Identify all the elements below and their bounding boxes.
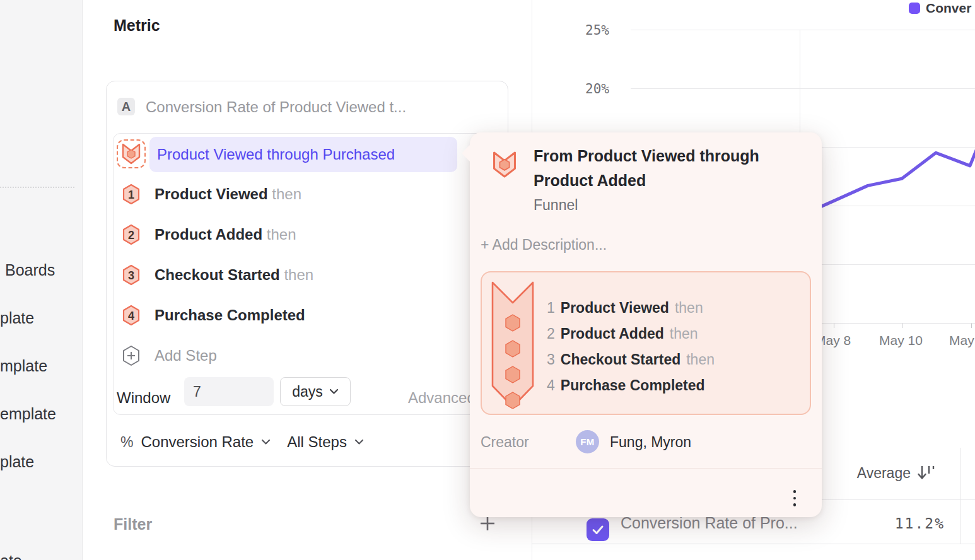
sidebar-item-template-3[interactable]: emplate	[0, 403, 56, 424]
funnel-step-row-4[interactable]: 4 Purchase Completed	[122, 303, 305, 328]
step-4-name: Purchase Completed	[155, 306, 305, 324]
sidebar: Boards plate mplate emplate plate ate	[0, 0, 83, 560]
chevron-down-icon[interactable]	[261, 439, 271, 445]
sidebar-item-template-4[interactable]: plate	[0, 451, 34, 472]
sidebar-item-boards[interactable]: Boards	[5, 259, 55, 281]
percent-icon: %	[120, 434, 133, 451]
conversion-line	[800, 83, 975, 216]
popover-step-4: 4 Purchase Completed	[547, 373, 715, 399]
add-description-button[interactable]: + Add Description...	[481, 236, 607, 254]
step-2-hexagon-icon: 2	[122, 224, 141, 245]
metric-card-title[interactable]: Conversion Rate of Product Viewed t...	[146, 98, 406, 116]
more-options-kebab-menu[interactable]	[788, 484, 802, 512]
filter-section-heading: Filter	[114, 515, 152, 534]
step-2-then: then	[267, 226, 296, 243]
window-label: Window	[117, 389, 170, 407]
popover-metric-type: Funnel	[534, 197, 578, 214]
add-step-hexagon-plus-icon	[122, 345, 141, 366]
selected-funnel-name[interactable]: Product Viewed through Purchased	[149, 137, 457, 172]
sidebar-item-template-5[interactable]: ate	[0, 550, 22, 560]
popover-footer-divider	[470, 468, 822, 469]
step-3-hexagon-icon: 3	[122, 264, 141, 286]
add-step-button[interactable]: Add Step	[122, 343, 217, 368]
table-row-divider	[532, 544, 975, 544]
funnel-icon	[493, 151, 517, 178]
funnel-steps-summary-box: 1 Product Viewed then 2 Product Added th…	[481, 271, 811, 415]
step-4-hexagon-icon: 4	[122, 305, 141, 326]
sidebar-divider	[0, 187, 74, 188]
step-3-name: Checkout Started	[155, 266, 280, 283]
step-1-then: then	[272, 185, 301, 202]
window-unit-select[interactable]: days	[280, 377, 351, 406]
creator-name: Fung, Myron	[610, 434, 691, 451]
table-column-divider	[960, 448, 961, 544]
add-step-label: Add Step	[155, 347, 217, 365]
metric-card: A Conversion Rate of Product Viewed t...…	[106, 81, 508, 467]
steps-scope-dropdown[interactable]: All Steps	[287, 433, 347, 451]
sidebar-item-template-1[interactable]: plate	[0, 307, 34, 329]
table-row-average-value: 11.2%	[819, 515, 945, 532]
step-1-hexagon-icon: 1	[122, 184, 141, 205]
popover-step-1: 1 Product Viewed then	[547, 295, 715, 321]
funnel-details-popover: From Product Viewed through Product Adde…	[470, 132, 822, 517]
funnel-step-row-3[interactable]: 3 Checkout Started then	[122, 262, 313, 288]
funnel-metric-icon-button[interactable]	[117, 139, 146, 168]
chevron-down-icon[interactable]	[354, 439, 364, 445]
creator-label: Creator	[481, 434, 529, 451]
svg-text:1: 1	[128, 189, 134, 201]
step-3-then: then	[284, 266, 313, 283]
creator-avatar: FM	[576, 430, 599, 453]
svg-text:4: 4	[128, 310, 134, 322]
sidebar-item-template-2[interactable]: mplate	[0, 355, 47, 376]
popover-step-2: 2 Product Added then	[547, 321, 715, 347]
measure-selector-row: % Conversion Rate All Steps	[120, 429, 364, 455]
svg-text:2: 2	[128, 229, 134, 242]
svg-text:3: 3	[128, 269, 134, 282]
funnel-step-row-1[interactable]: 1 Product Viewed then	[122, 182, 301, 207]
funnel-icon	[122, 143, 141, 165]
chevron-down-icon	[329, 388, 339, 395]
sort-descending-icon[interactable]	[917, 464, 936, 482]
funnel-step-row-2[interactable]: 2 Product Added then	[122, 222, 296, 247]
metric-series-badge: A	[117, 98, 135, 115]
step-2-name: Product Added	[155, 226, 262, 243]
funnel-definition-card: Product Viewed through Purchased 1 Produ…	[113, 133, 503, 415]
metric-section-heading: Metric	[114, 16, 160, 35]
window-unit-value: days	[292, 383, 323, 400]
funnel-ribbon-icon	[491, 281, 534, 409]
step-1-name: Product Viewed	[155, 185, 268, 202]
window-value-input[interactable]	[184, 377, 274, 406]
metric-config-panel: Metric A Conversion Rate of Product View…	[83, 0, 532, 560]
popover-steps-list: 1 Product Viewed then 2 Product Added th…	[547, 295, 715, 399]
popover-step-3: 3 Checkout Started then	[547, 347, 715, 373]
popover-title: From Product Viewed through Product Adde…	[534, 144, 792, 193]
series-visibility-checkbox[interactable]	[587, 518, 609, 541]
measure-dropdown[interactable]: Conversion Rate	[141, 433, 254, 451]
checkmark-icon	[590, 522, 605, 537]
advanced-button[interactable]: Advanced	[408, 389, 476, 407]
